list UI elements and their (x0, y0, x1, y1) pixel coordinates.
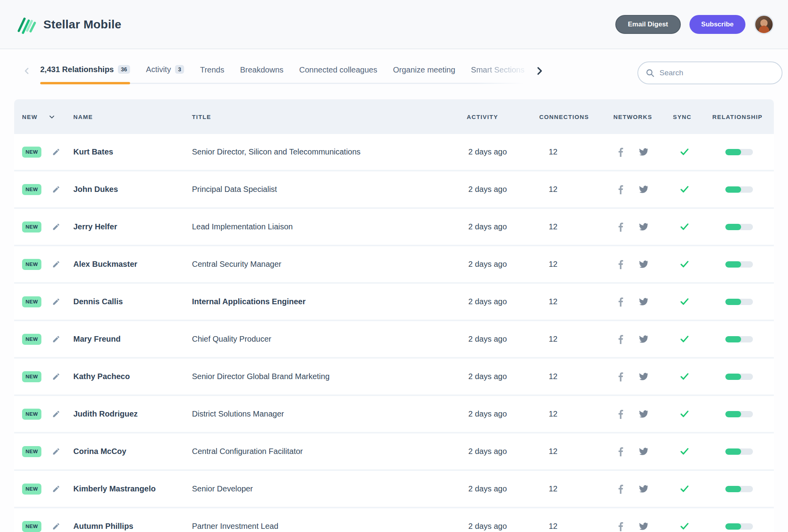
networks-cell (613, 372, 673, 381)
user-avatar[interactable] (754, 15, 774, 34)
twitter-icon (638, 222, 649, 231)
new-badge: NEW (22, 184, 41, 195)
facebook-icon (618, 222, 623, 232)
edit-button[interactable] (52, 447, 60, 456)
contact-title: District Solutions Manager (192, 409, 467, 419)
contact-name: Corina McCoy (73, 447, 192, 456)
twitter-icon (638, 484, 649, 493)
table-row[interactable]: NEW Autumn Phillips Partner Investment L… (14, 508, 774, 532)
contact-name: John Dukes (73, 185, 192, 194)
pencil-icon (52, 260, 60, 268)
edit-button[interactable] (52, 372, 60, 381)
check-icon (679, 334, 690, 344)
email-digest-button[interactable]: Email Digest (615, 15, 681, 34)
new-badge: NEW (22, 221, 41, 233)
table-row[interactable]: NEW Kurt Bates Senior Director, Silicon … (14, 134, 774, 171)
edit-button[interactable] (52, 298, 60, 306)
edit-button[interactable] (52, 223, 60, 231)
twitter-icon (638, 185, 649, 194)
pencil-icon (52, 148, 60, 156)
table-row[interactable]: NEW Alex Buckmaster Central Security Man… (14, 246, 774, 284)
facebook-icon (618, 260, 623, 269)
tab[interactable]: Trends (200, 65, 224, 84)
column-header-new[interactable]: NEW (22, 113, 73, 120)
tab-count-badge: 36 (118, 65, 130, 74)
contact-title: Chief Quality Producer (192, 335, 467, 344)
networks-cell (613, 409, 673, 419)
facebook-icon (618, 522, 623, 531)
contact-title: Central Security Manager (192, 260, 467, 269)
contact-name: Mary Freund (73, 335, 192, 344)
check-icon (679, 446, 690, 457)
connections-value: 12 (539, 335, 613, 344)
activity-value: 2 days ago (467, 335, 539, 344)
table-row[interactable]: NEW Mary Freund Chief Quality Producer 2… (14, 321, 774, 359)
table-row[interactable]: NEW Kathy Pacheco Senior Director Global… (14, 359, 774, 396)
twitter-icon (638, 260, 649, 269)
table-row[interactable]: NEW Jerry Helfer Lead Implementation Lia… (14, 209, 774, 246)
new-badge: NEW (22, 409, 41, 420)
check-icon (679, 184, 690, 195)
contact-title: Senior Developer (192, 484, 467, 493)
table-row[interactable]: NEW Corina McCoy Central Configuration F… (14, 433, 774, 471)
table-header-row: NEW NAME TITLE ACTIVITY CONNECTIONS NETW… (14, 99, 774, 134)
contact-title: Lead Implementation Liaison (192, 222, 467, 231)
edit-button[interactable] (52, 335, 60, 343)
contact-title: Partner Investment Lead (192, 522, 467, 531)
relationship-progress-bar (725, 448, 753, 455)
table-row[interactable]: NEW Dennis Callis Internal Applications … (14, 284, 774, 321)
check-icon (679, 296, 690, 307)
chevron-left-icon[interactable] (23, 66, 32, 76)
search-box (637, 61, 782, 84)
networks-cell (613, 484, 673, 494)
contact-name: Autumn Phillips (73, 522, 192, 531)
networks-cell (613, 447, 673, 456)
networks-cell (613, 260, 673, 269)
activity-value: 2 days ago (467, 522, 539, 531)
connections-value: 12 (539, 447, 613, 456)
stellar-logo-icon (16, 14, 37, 35)
search-input[interactable] (659, 69, 775, 77)
relationship-progress-bar (725, 186, 753, 193)
pencil-icon (52, 485, 60, 493)
facebook-icon (618, 372, 623, 381)
tab[interactable]: 2,431 Relationships36 (40, 65, 130, 84)
check-icon (679, 484, 690, 494)
new-badge: NEW (22, 484, 41, 495)
activity-value: 2 days ago (467, 372, 539, 381)
edit-button[interactable] (52, 485, 60, 493)
edit-button[interactable] (52, 410, 60, 418)
tab[interactable]: Breakdowns (240, 65, 283, 84)
tab[interactable]: Smart Sections (471, 65, 525, 84)
check-icon (679, 371, 690, 382)
new-badge: NEW (22, 296, 41, 307)
relationship-progress-bar (725, 523, 753, 530)
networks-cell (613, 222, 673, 232)
pencil-icon (52, 372, 60, 381)
chevron-down-icon[interactable] (48, 113, 55, 120)
edit-button[interactable] (52, 148, 60, 156)
tab[interactable]: Organize meeting (393, 65, 455, 84)
connections-value: 12 (539, 147, 613, 156)
table-row[interactable]: NEW John Dukes Principal Data Specialist… (14, 171, 774, 209)
twitter-icon (638, 372, 649, 381)
chevron-right-icon[interactable] (535, 65, 544, 76)
table-row[interactable]: NEW Kimberly Mastrangelo Senior Develope… (14, 471, 774, 508)
edit-button[interactable] (52, 185, 60, 193)
activity-value: 2 days ago (467, 297, 539, 306)
edit-button[interactable] (52, 260, 60, 268)
pencil-icon (52, 447, 60, 456)
new-badge: NEW (22, 521, 41, 532)
facebook-icon (618, 484, 623, 494)
networks-cell (613, 335, 673, 344)
edit-button[interactable] (52, 522, 60, 530)
table-row[interactable]: NEW Judith Rodriguez District Solutions … (14, 396, 774, 433)
activity-value: 2 days ago (467, 222, 539, 231)
column-header-connections: CONNECTIONS (539, 113, 613, 120)
subscribe-button[interactable]: Subscribe (689, 15, 745, 34)
tab[interactable]: Connected colleagues (299, 65, 377, 84)
tab[interactable]: Activity3 (146, 65, 184, 84)
facebook-icon (618, 297, 623, 307)
contact-name: Kathy Pacheco (73, 372, 192, 381)
contact-name: Alex Buckmaster (73, 260, 192, 269)
